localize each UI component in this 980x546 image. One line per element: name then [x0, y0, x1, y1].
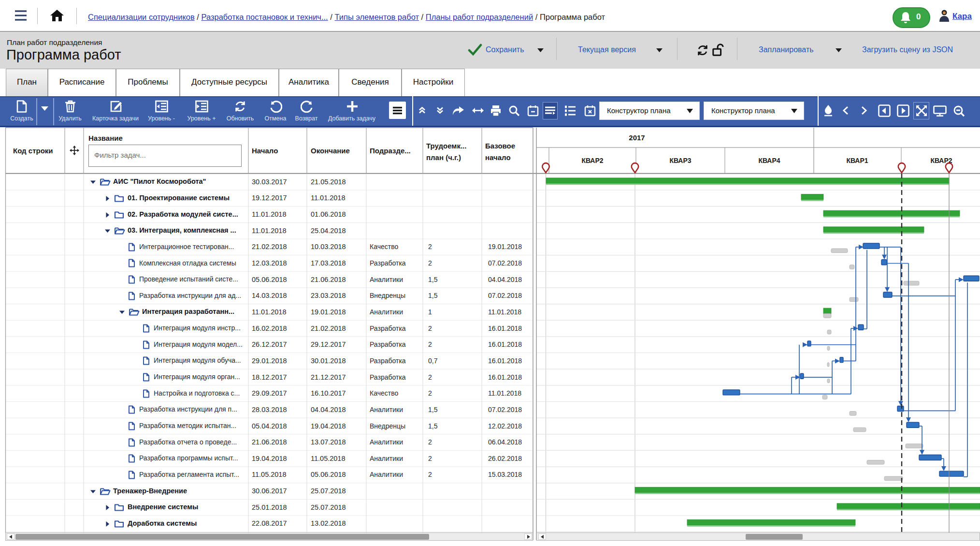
svg-text:2017: 2017 [629, 133, 645, 142]
svg-text:КВАР1: КВАР1 [846, 157, 868, 164]
svg-text:КВАР4: КВАР4 [758, 157, 780, 164]
svg-text:КВАР2: КВАР2 [581, 157, 603, 164]
svg-text:КВАР3: КВАР3 [669, 157, 691, 164]
